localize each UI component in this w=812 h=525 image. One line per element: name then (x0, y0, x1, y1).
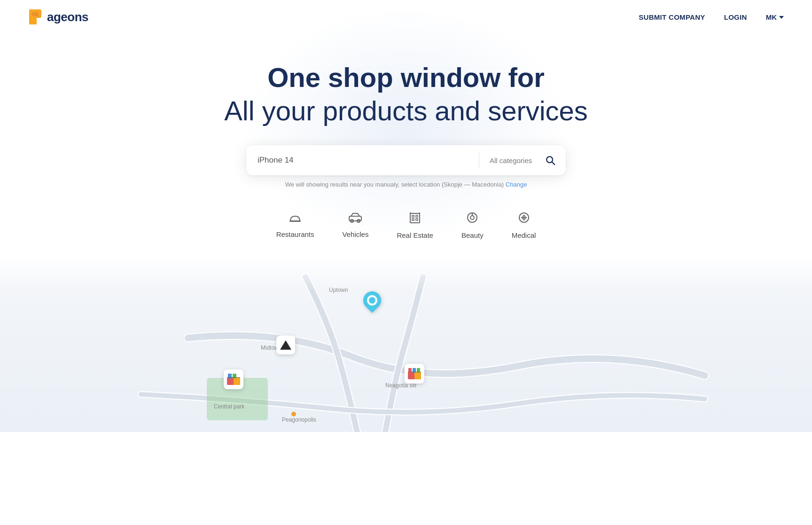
svg-rect-39 (414, 372, 421, 379)
svg-point-18 (470, 216, 474, 219)
svg-rect-12 (416, 215, 418, 217)
hero-section: One shop window for All your products an… (0, 34, 812, 239)
store-pin-bubble-left (224, 369, 243, 389)
login-link[interactable]: LOGIN (724, 13, 747, 21)
language-selector[interactable]: MK (766, 13, 784, 21)
svg-rect-37 (227, 377, 240, 378)
svg-rect-14 (416, 219, 418, 220)
svg-rect-11 (412, 215, 414, 217)
vehicles-label: Vehicles (343, 230, 369, 238)
beauty-icon (466, 212, 478, 227)
svg-line-5 (552, 162, 555, 165)
lang-label: MK (766, 13, 777, 21)
beauty-label: Beauty (461, 231, 484, 239)
category-vehicles[interactable]: Vehicles (343, 212, 369, 238)
map-pins (0, 253, 812, 432)
search-divider (479, 153, 479, 168)
triangle-pin-bubble (276, 336, 295, 354)
search-icon (545, 155, 555, 165)
vehicles-icon (348, 212, 362, 226)
hero-title: One shop window for (267, 62, 545, 94)
real-estate-icon (409, 212, 421, 227)
category-beauty[interactable]: Beauty (461, 212, 484, 239)
search-button[interactable] (542, 152, 558, 168)
logo-text: ageons (47, 10, 88, 24)
logo-icon (28, 8, 45, 25)
categories-bar: Restaurants Vehicles (276, 212, 536, 239)
svg-rect-13 (412, 219, 414, 220)
category-real-estate[interactable]: Real Estate (397, 212, 433, 239)
svg-rect-6 (289, 220, 301, 222)
logo[interactable]: ageons (28, 8, 88, 25)
map-section: Uptown Midtown Neagotia Str Central park… (0, 253, 812, 432)
medical-label: Medical (512, 231, 536, 239)
real-estate-label: Real Estate (397, 231, 433, 239)
svg-rect-34 (234, 377, 240, 385)
svg-rect-43 (408, 371, 421, 372)
category-restaurants[interactable]: Restaurants (276, 212, 314, 238)
category-selector[interactable]: All categories (485, 157, 537, 165)
restaurants-label: Restaurants (276, 230, 314, 238)
store-icon-left (227, 374, 240, 385)
restaurants-icon (289, 212, 302, 226)
store-icon-right (408, 368, 421, 379)
navbar: ageons SUBMIT COMPANY LOGIN MK (0, 0, 812, 34)
chevron-down-icon (779, 16, 784, 19)
search-container: All categories We will showing results n… (246, 145, 566, 188)
submit-company-link[interactable]: SUBMIT COMPANY (639, 13, 705, 21)
location-hint: We will showing results near you manualy… (246, 181, 566, 188)
map-pin-store-right[interactable] (405, 364, 424, 384)
category-medical[interactable]: Medical (512, 212, 536, 239)
map-pin-blue[interactable] (363, 291, 381, 309)
svg-rect-3 (29, 16, 37, 24)
triangle-icon (280, 340, 291, 350)
hero-subtitle: All your products and services (224, 95, 588, 127)
medical-icon (518, 212, 530, 227)
search-input[interactable] (258, 156, 473, 165)
svg-rect-33 (227, 377, 234, 385)
store-pin-bubble-right (405, 364, 424, 384)
change-location-link[interactable]: Change (506, 181, 527, 188)
nav-links: SUBMIT COMPANY LOGIN MK (639, 13, 784, 21)
search-box: All categories (246, 145, 566, 175)
svg-rect-10 (410, 213, 420, 223)
map-pin-store-left[interactable] (224, 369, 243, 389)
map-pin-triangle[interactable] (276, 336, 295, 354)
